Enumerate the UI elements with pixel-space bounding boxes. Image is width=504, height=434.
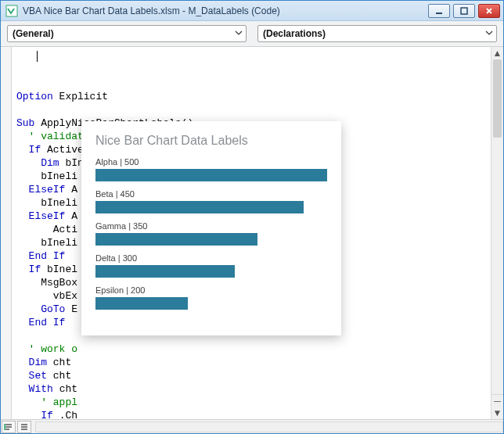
object-dropdown[interactable]: (General) [7, 25, 247, 42]
full-module-view-button[interactable] [17, 421, 31, 433]
procedure-dropdown-value: (Declarations) [263, 28, 326, 39]
margin-indicator-bar[interactable] [1, 47, 12, 419]
chevron-down-icon [485, 28, 493, 39]
scroll-track[interactable] [491, 59, 503, 394]
scroll-thumb[interactable] [493, 59, 502, 138]
horizontal-scrollbar[interactable] [35, 421, 503, 432]
bar-row: Beta | 450 [95, 189, 327, 213]
scroll-down-arrow-icon[interactable]: ▼ [491, 407, 503, 419]
bar-fill [95, 169, 327, 181]
code-line: ' work o [16, 343, 486, 356]
code-line: Option Explicit [16, 90, 486, 103]
bar-row: Alpha | 500 [95, 157, 327, 181]
bar-fill [95, 265, 235, 278]
bar-row: Delta | 300 [95, 253, 327, 278]
view-mode-bar [1, 419, 503, 433]
window-title: VBA Nice Bar Chart Data Labels.xlsm - M_… [23, 5, 423, 16]
chart-preview-popup: Nice Bar Chart Data Labels Alpha | 500Be… [81, 121, 341, 335]
vba-module-icon [5, 5, 18, 17]
bar-label: Alpha | 500 [95, 157, 327, 167]
bar-label: Gamma | 350 [95, 221, 327, 231]
maximize-button[interactable] [453, 4, 475, 18]
code-line: Set cht [16, 369, 486, 382]
code-line: If .Ch [16, 409, 486, 419]
scroll-up-arrow-icon[interactable]: ▲ [491, 47, 503, 59]
bar-label: Beta | 450 [95, 189, 327, 199]
bar-row: Gamma | 350 [95, 221, 327, 246]
svg-rect-2 [461, 8, 467, 14]
bar-label: Delta | 300 [95, 253, 327, 263]
window-controls [428, 4, 500, 18]
object-procedure-bar: (General) (Declarations) [1, 21, 503, 47]
procedure-view-button[interactable] [2, 421, 16, 433]
code-line [16, 103, 486, 117]
text-caret [37, 51, 38, 62]
bar-fill [95, 297, 188, 310]
titlebar[interactable]: VBA Nice Bar Chart Data Labels.xlsm - M_… [1, 1, 503, 21]
code-line: ' appl [16, 396, 486, 409]
horizontal-split-handle[interactable]: ─ [491, 394, 503, 407]
close-button[interactable] [478, 4, 500, 18]
chart-title: Nice Bar Chart Data Labels [95, 134, 327, 148]
procedure-dropdown[interactable]: (Declarations) [257, 25, 497, 42]
object-dropdown-value: (General) [13, 28, 54, 39]
bar-row: Epsilon | 200 [95, 285, 327, 310]
code-line: With cht [16, 382, 486, 396]
vertical-scrollbar[interactable]: ▲ ─ ▼ [491, 47, 503, 419]
chart-bars: Alpha | 500Beta | 450Gamma | 350Delta | … [95, 157, 327, 310]
chevron-down-icon [235, 28, 243, 39]
bar-label: Epsilon | 200 [95, 285, 327, 295]
code-line: Dim cht [16, 356, 486, 369]
bar-fill [95, 233, 257, 246]
minimize-button[interactable] [428, 4, 450, 18]
bar-fill [95, 201, 304, 213]
svg-rect-1 [436, 13, 442, 14]
